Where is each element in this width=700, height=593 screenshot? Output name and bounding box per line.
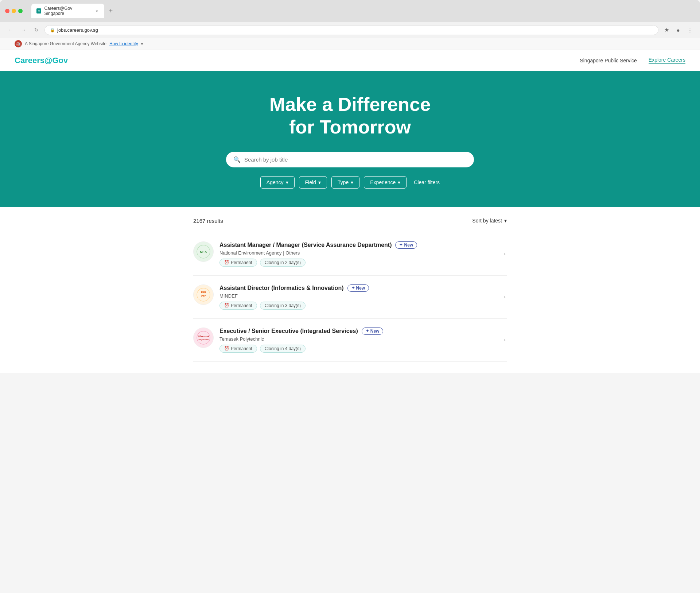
job-title: Assistant Manager / Manager (Service Ass… (219, 242, 392, 248)
singapore-lion-icon: 🏭 (15, 40, 22, 47)
field-filter-chevron-icon: ▾ (318, 179, 321, 185)
clear-filters-button[interactable]: Clear filters (414, 179, 440, 185)
nav-link-public-service[interactable]: Singapore Public Service (580, 58, 637, 63)
tab-close-button[interactable]: × (94, 8, 99, 13)
job-tag: Closing in 3 day(s) (260, 302, 306, 310)
type-filter-chevron-icon: ▾ (351, 179, 353, 185)
agency-filter-chevron-icon: ▾ (286, 179, 288, 185)
arrow-right-icon: → (500, 293, 507, 301)
results-count: 2167 results (193, 218, 223, 224)
hero-title: Make a Difference for Tomorrow (15, 93, 685, 139)
gov-banner: 🏭 A Singapore Government Agency Website … (0, 38, 700, 50)
type-filter[interactable]: Type ▾ (331, 176, 359, 189)
hero-title-line2: for Tomorrow (15, 116, 685, 138)
job-tag: ⏰ Permanent (219, 259, 257, 267)
new-badge: ✦ New (347, 284, 369, 292)
toolbar-right: ★ ● ⋮ (661, 25, 695, 35)
svg-text:MIN: MIN (201, 291, 206, 294)
minimize-dot[interactable] (12, 9, 16, 13)
search-input[interactable] (244, 156, 467, 163)
forward-button[interactable]: → (18, 25, 28, 35)
sort-chevron-icon: ▾ (504, 218, 507, 224)
new-badge-label: New (370, 329, 380, 334)
url-text: jobs.careers.gov.sg (57, 27, 98, 33)
experience-filter[interactable]: Experience ▾ (364, 176, 407, 189)
job-logo: MIN DEF (193, 284, 214, 305)
job-tags: ⏰ Permanent Closing in 2 day(s) (219, 259, 494, 267)
svg-point-5 (197, 331, 210, 344)
nav-links: Singapore Public Service Explore Careers (580, 57, 685, 64)
agency-filter-label: Agency (267, 179, 284, 185)
job-title: Executive / Senior Executive (Integrated… (219, 328, 358, 334)
maximize-dot[interactable] (18, 9, 23, 13)
job-tag: ⏰ Permanent (219, 345, 257, 353)
back-button[interactable]: ← (5, 25, 15, 35)
sparkle-icon: ✦ (399, 243, 402, 247)
job-info: Executive / Senior Executive (Integrated… (219, 327, 494, 353)
sparkle-icon: ✦ (351, 286, 355, 290)
arrow-right-icon: → (500, 250, 507, 258)
svg-text:Polytechnic: Polytechnic (198, 338, 209, 341)
job-list: NEA Assistant Manager / Manager (Service… (193, 233, 507, 362)
job-card[interactable]: MIN DEF Assistant Director (Informatics … (193, 276, 507, 319)
window-controls (5, 9, 23, 13)
menu-button[interactable]: ⋮ (685, 25, 695, 35)
browser-titlebar: C Careers@Gov Singapore × + (0, 0, 700, 22)
clock-icon: ⏰ (224, 303, 229, 308)
tag-label: Permanent (231, 303, 252, 308)
sort-button[interactable]: Sort by latest ▾ (472, 218, 507, 224)
job-agency: Temasek Polytechnic (219, 336, 494, 342)
how-to-identify-link[interactable]: How to identify (109, 41, 138, 46)
clock-icon: ⏰ (224, 346, 229, 351)
job-tags: ⏰ Permanent Closing in 3 day(s) (219, 302, 494, 310)
gov-banner-chevron-icon: ▾ (141, 42, 143, 46)
job-tags: ⏰ Permanent Closing in 4 day(s) (219, 345, 494, 353)
type-filter-label: Type (338, 179, 349, 185)
clock-icon: ⏰ (224, 260, 229, 265)
job-title-row: Executive / Senior Executive (Integrated… (219, 327, 494, 335)
profile-button[interactable]: ● (673, 25, 683, 35)
job-title-row: Assistant Manager / Manager (Service Ass… (219, 241, 494, 249)
nea-logo-svg: NEA (196, 244, 211, 259)
job-card[interactable]: @Temasek Polytechnic Executive / Senior … (193, 319, 507, 362)
site-logo[interactable]: Careers@Gov (15, 56, 68, 65)
temasek-logo-svg: @Temasek Polytechnic (196, 330, 211, 345)
field-filter[interactable]: Field ▾ (299, 176, 327, 189)
mindef-logo-svg: MIN DEF (196, 287, 211, 302)
job-title: Assistant Director (Informatics & Innova… (219, 285, 344, 291)
job-agency: MINDEF (219, 293, 494, 299)
nav-link-explore-careers[interactable]: Explore Careers (649, 57, 685, 64)
agency-filter[interactable]: Agency ▾ (260, 176, 295, 189)
close-dot[interactable] (5, 9, 9, 13)
tab-title: Careers@Gov Singapore (44, 6, 91, 16)
browser-toolbar: ← → ↻ 🔒 jobs.careers.gov.sg ★ ● ⋮ (0, 22, 700, 38)
page-content: 🏭 A Singapore Government Agency Website … (0, 38, 700, 373)
refresh-button[interactable]: ↻ (31, 25, 42, 35)
bookmark-button[interactable]: ★ (661, 25, 672, 35)
tag-label: Closing in 2 day(s) (265, 260, 301, 265)
tag-label: Permanent (231, 346, 252, 351)
results-area: 2167 results Sort by latest ▾ NEA (186, 207, 514, 373)
job-tag: Closing in 2 day(s) (260, 259, 306, 267)
hero-section: Make a Difference for Tomorrow 🔍 Agency … (0, 71, 700, 207)
new-badge: ✦ New (395, 241, 417, 249)
job-info: Assistant Manager / Manager (Service Ass… (219, 241, 494, 267)
new-tab-button[interactable]: + (106, 6, 116, 16)
search-bar: 🔍 (226, 152, 474, 167)
experience-filter-chevron-icon: ▾ (398, 179, 400, 185)
tag-label: Closing in 3 day(s) (265, 303, 301, 308)
site-nav: Careers@Gov Singapore Public Service Exp… (0, 50, 700, 71)
job-logo: @Temasek Polytechnic (193, 327, 214, 348)
tag-label: Permanent (231, 260, 252, 265)
browser-tab[interactable]: C Careers@Gov Singapore × (31, 4, 104, 18)
field-filter-label: Field (305, 179, 316, 185)
hero-title-line1: Make a Difference (15, 93, 685, 116)
tab-bar: C Careers@Gov Singapore × + (31, 4, 695, 18)
job-tag: Closing in 4 day(s) (260, 345, 306, 353)
job-card[interactable]: NEA Assistant Manager / Manager (Service… (193, 233, 507, 276)
svg-text:NEA: NEA (200, 250, 207, 254)
sparkle-icon: ✦ (366, 329, 369, 333)
job-logo: NEA (193, 241, 214, 262)
address-bar[interactable]: 🔒 jobs.careers.gov.sg (44, 25, 658, 35)
lock-icon: 🔒 (50, 28, 55, 32)
